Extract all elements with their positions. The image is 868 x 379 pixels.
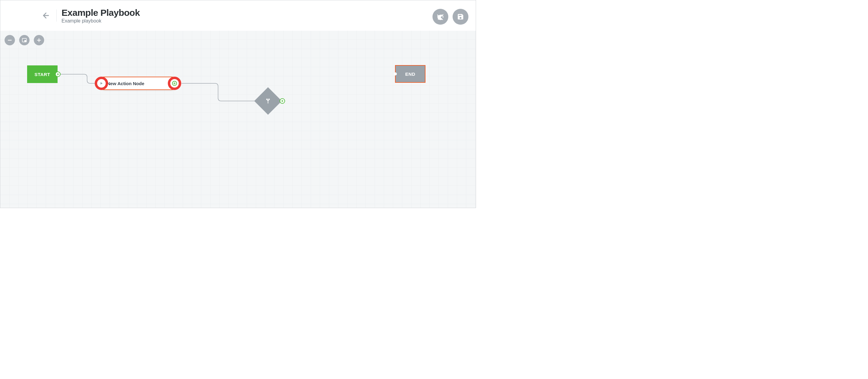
play-icon <box>100 81 103 85</box>
plus-icon <box>173 82 176 85</box>
zoom-out-button[interactable] <box>5 35 15 45</box>
start-node-add-port[interactable] <box>55 71 61 77</box>
end-node[interactable]: END <box>395 65 426 83</box>
page-subtitle: Example playbook <box>62 18 140 24</box>
action-node-input-port[interactable] <box>95 77 108 90</box>
minus-icon <box>7 37 12 43</box>
header-divider <box>56 9 57 22</box>
start-node[interactable]: START <box>27 65 58 83</box>
back-button[interactable] <box>40 9 52 22</box>
plus-icon <box>56 73 59 76</box>
decision-node-add-port[interactable] <box>280 98 285 104</box>
header-bar: Example Playbook Example playbook <box>0 0 476 31</box>
flow-canvas[interactable]: START New Action Node <box>0 31 476 208</box>
zoom-fit-button[interactable] <box>19 35 30 45</box>
start-node-label: START <box>34 72 50 77</box>
plus-icon <box>281 100 284 103</box>
action-node[interactable]: New Action Node <box>101 77 175 90</box>
svg-rect-3 <box>25 40 26 41</box>
plus-icon <box>36 37 42 43</box>
connector-action-to-decision <box>182 83 261 108</box>
end-node-label: END <box>405 71 415 77</box>
fit-screen-icon <box>21 37 27 43</box>
action-node-output-port[interactable] <box>168 77 181 90</box>
split-arrows-icon <box>265 97 272 105</box>
arrow-left-icon <box>42 11 50 20</box>
action-node-label: New Action Node <box>107 81 144 86</box>
page-title: Example Playbook <box>62 8 140 18</box>
zoom-in-button[interactable] <box>34 35 44 45</box>
save-icon <box>457 13 464 21</box>
alarm-off-icon <box>436 13 444 21</box>
decision-node[interactable] <box>258 91 278 111</box>
end-node-input-port[interactable] <box>394 72 397 75</box>
alarm-off-button[interactable] <box>432 9 448 25</box>
save-button[interactable] <box>453 9 468 25</box>
